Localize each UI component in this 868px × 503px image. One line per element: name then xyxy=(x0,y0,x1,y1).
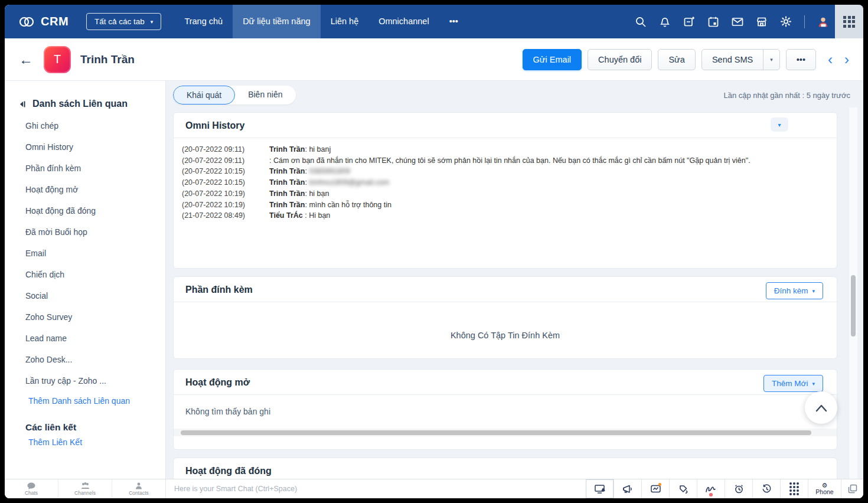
omni-history-card: Omni History ▾ (20-07-2022 09:11)Trinh T… xyxy=(173,112,837,269)
person-icon xyxy=(135,482,142,489)
omni-history-entry: (20-07-2022 09:11)Trinh Trần: hi banj xyxy=(182,144,828,155)
closed-activities-header: Hoạt động đã đóng xyxy=(174,458,837,479)
record-pager: ‹ › xyxy=(828,53,849,67)
chats-label: Chats xyxy=(25,490,38,496)
sidebar-item-m-i-bu-i-h-p[interactable]: Đã mời Buổi họp xyxy=(5,221,165,243)
tag-icon xyxy=(678,484,688,494)
next-record-button[interactable]: › xyxy=(844,53,849,67)
chat-timestamp: (20-07-2022 09:11) xyxy=(182,144,269,155)
tab-overflow-dots[interactable]: ••• xyxy=(439,5,468,38)
collapse-sidebar-icon[interactable] xyxy=(18,100,26,108)
add-new-button-label: Thêm Mới xyxy=(772,379,808,388)
zia-insights-button[interactable] xyxy=(641,479,669,498)
bell-icon[interactable] xyxy=(659,16,671,28)
sidebar-item-lead-name[interactable]: Lead name xyxy=(5,328,165,349)
chat-timestamp: (20-07-2022 10:19) xyxy=(182,188,269,200)
last-update-text: Lần cập nhật gần nhất : 5 ngày trước xyxy=(723,91,850,100)
attachments-header: Phần đính kèm Đính kèm ▾ xyxy=(174,277,837,302)
sidebar-item-ho-t-ng-ng[interactable]: Hoạt động đã đóng xyxy=(5,200,165,221)
tab-omnichannel[interactable]: Omnichannel xyxy=(368,5,439,38)
back-button[interactable]: ← xyxy=(19,53,33,67)
dialpad-button[interactable] xyxy=(780,479,808,498)
convert-button[interactable]: Chuyển đổi xyxy=(588,49,652,70)
channels-button[interactable]: Channels xyxy=(58,479,112,498)
sidebar-item-zoho-desk[interactable]: Zoho Desk... xyxy=(5,349,165,370)
record-actions: Gửi Email Chuyển đổi Sửa Send SMS ▾ ••• … xyxy=(523,49,849,70)
browser-viewport: CRM Tất cả các tab ▾ Trang chủ Dữ liệu t… xyxy=(5,5,863,498)
navbar-divider xyxy=(804,15,805,28)
all-tabs-dropdown[interactable]: Tất cả các tab ▾ xyxy=(86,13,161,30)
marketplace-icon[interactable] xyxy=(756,16,768,28)
calendar-icon[interactable] xyxy=(707,16,719,28)
tab-timeline[interactable]: Biên niên xyxy=(235,86,295,104)
search-icon[interactable] xyxy=(635,16,647,28)
sidebar-title: Danh sách Liên quan xyxy=(32,99,128,109)
sidebar-item-zoho-survey[interactable]: Zoho Survey xyxy=(5,306,165,328)
tab-du-lieu-tiem-nang[interactable]: Dữ liệu tiềm năng xyxy=(233,5,321,38)
chevron-up-icon xyxy=(815,404,828,412)
settings-gear-icon[interactable] xyxy=(780,16,792,28)
smart-chat-input[interactable] xyxy=(166,485,586,493)
omni-history-header: Omni History ▾ xyxy=(174,113,837,138)
omni-history-title: Omni History xyxy=(185,120,244,130)
add-related-list-link[interactable]: Thêm Danh sách Liên quan xyxy=(5,391,165,406)
omni-history-entry: (20-07-2022 10:15)Trinh Trần: trinhnu180… xyxy=(182,177,828,188)
copy-stack-button[interactable] xyxy=(841,479,863,498)
related-list-sidebar: Danh sách Liên quan Ghi chépOmni History… xyxy=(5,81,166,479)
sidebar-item-chi-n-d-ch[interactable]: Chiến dịch xyxy=(5,264,165,285)
previous-record-button[interactable]: ‹ xyxy=(828,53,833,67)
open-activities-title: Hoạt động mở xyxy=(185,377,250,387)
tag-button[interactable] xyxy=(669,479,697,498)
open-activities-header: Hoạt động mở Thêm Mới ▾ xyxy=(174,370,837,395)
vertical-scrollbar-thumb[interactable] xyxy=(851,275,856,337)
sidebar-item-omni-history[interactable]: Omni History xyxy=(5,136,165,158)
tab-trang-chu[interactable]: Trang chủ xyxy=(174,5,233,38)
add-link-link[interactable]: Thêm Liên Kết xyxy=(5,433,165,447)
chat-shortcuts: Chats Channels Contacts xyxy=(5,479,166,498)
view-switch-bar: Khái quát Biên niên Lần cập nhật gần nhấ… xyxy=(166,81,863,109)
apps-launcher[interactable] xyxy=(835,5,863,38)
chat-message: Trinh Trần: mình cần hỗ trợ thông tin xyxy=(269,200,391,211)
sidebar-item-l-n-truy-c-p-zoho[interactable]: Lần truy cập - Zoho ... xyxy=(5,370,165,391)
remote-session-button[interactable] xyxy=(586,479,614,498)
chat-message: Trinh Trần: trinhnu1809@gmail.com xyxy=(269,177,389,188)
horizontal-scrollbar-thumb[interactable] xyxy=(181,430,811,435)
reminders-button[interactable] xyxy=(725,479,752,498)
edit-button[interactable]: Sửa xyxy=(658,49,695,70)
zoho-crm-brand[interactable]: CRM xyxy=(18,15,68,29)
send-sms-caret[interactable]: ▾ xyxy=(763,50,779,70)
send-sms-button[interactable]: Send SMS xyxy=(702,50,763,70)
sidebar-item-ph-n-nh-k-m[interactable]: Phần đính kèm xyxy=(5,158,165,179)
chat-timestamp: (21-07-2022 08:49) xyxy=(182,210,269,221)
attach-button[interactable]: Đính kèm ▾ xyxy=(766,282,823,299)
related-list-items: Ghi chépOmni HistoryPhần đính kèmHoạt độ… xyxy=(5,115,165,391)
add-new-button[interactable]: Thêm Mới ▾ xyxy=(763,375,823,392)
scroll-to-top-button[interactable] xyxy=(805,391,837,424)
tab-lien-he[interactable]: Liên hệ xyxy=(321,5,369,38)
zia-button[interactable] xyxy=(697,479,725,498)
dialpad-icon xyxy=(789,482,799,495)
send-email-button[interactable]: Gửi Email xyxy=(523,49,582,70)
new-note-icon[interactable] xyxy=(683,16,695,28)
recent-history-button[interactable] xyxy=(752,479,780,498)
tab-overview[interactable]: Khái quát xyxy=(173,86,235,104)
chats-button[interactable]: Chats xyxy=(5,479,58,498)
channels-label: Channels xyxy=(74,490,96,496)
zoho-crm-logo xyxy=(18,15,35,29)
record-avatar[interactable]: T xyxy=(44,46,71,73)
sidebar-item-email[interactable]: Email xyxy=(5,243,165,264)
announcements-button[interactable] xyxy=(614,479,641,498)
omni-history-collapse-button[interactable]: ▾ xyxy=(771,117,788,132)
mail-icon[interactable] xyxy=(732,16,743,28)
sidebar-item-ho-t-ng-m[interactable]: Hoạt động mở xyxy=(5,179,165,200)
phone-button[interactable]: ⚙ Phone xyxy=(808,479,841,498)
closed-activities-title: Hoạt động đã đóng xyxy=(185,466,272,476)
sidebar-item-ghi-ch-p[interactable]: Ghi chép xyxy=(5,115,165,136)
contacts-button[interactable]: Contacts xyxy=(112,479,166,498)
top-navbar: CRM Tất cả các tab ▾ Trang chủ Dữ liệu t… xyxy=(5,5,863,38)
user-avatar[interactable] xyxy=(817,16,829,28)
sidebar-item-social[interactable]: Social xyxy=(5,285,165,306)
record-name: Trinh Trần xyxy=(80,53,135,66)
contacts-label: Contacts xyxy=(129,490,149,496)
more-actions-button[interactable]: ••• xyxy=(786,49,816,70)
